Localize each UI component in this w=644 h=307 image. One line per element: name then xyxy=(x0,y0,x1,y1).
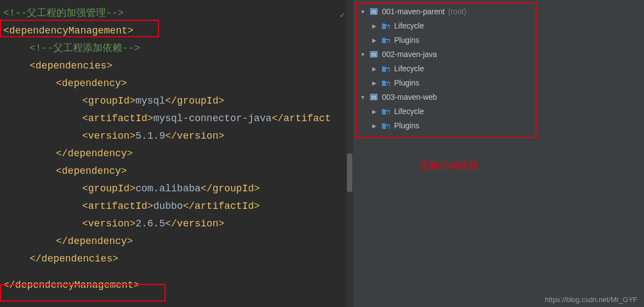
scrollbar-track[interactable] xyxy=(346,0,353,307)
xml-tag: </dependency> xyxy=(56,236,133,247)
xml-artifactid: <artifactId>dubbo</artifactId> xyxy=(82,201,260,212)
svg-text:m: m xyxy=(372,94,376,100)
folder-gear-icon xyxy=(381,78,391,88)
xml-comment: <!--父工程的加强管理--> xyxy=(3,8,124,19)
xml-tag: <dependencyManagement> xyxy=(3,25,134,36)
folder-gear-icon xyxy=(381,35,391,45)
maven-module-icon: m xyxy=(369,49,379,59)
scrollbar-thumb[interactable] xyxy=(347,154,352,192)
xml-version: <version>2.6.5</version> xyxy=(82,218,224,229)
chevron-right-icon[interactable] xyxy=(372,23,380,29)
chevron-down-icon[interactable] xyxy=(360,9,368,15)
folder-gear-icon xyxy=(381,64,391,73)
svg-point-11 xyxy=(387,84,388,85)
xml-tag: </dependencyManagement> xyxy=(3,280,139,291)
tree-node-plugins[interactable]: Plugins xyxy=(357,76,641,90)
tree-node-plugins[interactable]: Plugins xyxy=(357,33,641,47)
svg-point-3 xyxy=(387,27,388,28)
chevron-right-icon[interactable] xyxy=(372,123,380,129)
svg-text:m: m xyxy=(372,9,376,15)
tree-node-project[interactable]: m 001-maven-parent (root) xyxy=(357,4,641,19)
chevron-right-icon[interactable] xyxy=(372,80,380,86)
folder-gear-icon xyxy=(381,121,391,130)
xml-comment: <!--父工程添加依赖--> xyxy=(30,43,140,54)
folder-gear-icon xyxy=(381,21,391,31)
tree-node-lifecycle[interactable]: Lifecycle xyxy=(357,104,641,118)
tree-node-project[interactable]: m 002-maven-java xyxy=(357,47,641,61)
chevron-down-icon[interactable] xyxy=(360,94,368,100)
tree-label: 001-maven-parent xyxy=(382,7,444,16)
tree-node-project[interactable]: m 003-maven-web xyxy=(357,90,641,104)
watermark-text: https://blog.csdn.net/Mr_GYF xyxy=(545,295,637,304)
tree-node-plugins[interactable]: Plugins xyxy=(357,118,641,133)
xml-artifactid: <artifactId>mysql-connector-java</artifa… xyxy=(82,113,331,124)
tree-node-lifecycle[interactable]: Lifecycle xyxy=(357,61,641,76)
annotation-text: 没有任何依赖 xyxy=(419,159,478,172)
svg-point-17 xyxy=(387,127,388,128)
tree-label: Lifecycle xyxy=(394,107,424,116)
maven-module-icon: m xyxy=(369,7,379,16)
tree-label: 003-maven-web xyxy=(382,93,437,101)
svg-point-15 xyxy=(387,112,388,113)
tree-label: Lifecycle xyxy=(394,21,424,30)
xml-tag: </dependencies> xyxy=(30,253,118,264)
tree-label: Lifecycle xyxy=(394,64,424,73)
tree-node-lifecycle[interactable]: Lifecycle xyxy=(357,19,641,33)
xml-tag: </dependency> xyxy=(56,148,133,159)
xml-groupid: <groupId>mysql</groupId> xyxy=(82,95,224,106)
project-tree: m 001-maven-parent (root) Lifecycle Plug… xyxy=(354,0,644,137)
chevron-right-icon[interactable] xyxy=(372,66,380,72)
xml-tag: <dependency> xyxy=(56,78,127,89)
checkmark-icon: ✓ xyxy=(340,7,345,24)
maven-module-icon: m xyxy=(369,92,379,102)
tree-label: Plugins xyxy=(394,121,419,130)
chevron-right-icon[interactable] xyxy=(372,109,380,115)
xml-tag: <dependencies> xyxy=(30,60,112,71)
svg-point-9 xyxy=(387,70,388,71)
tree-label: Plugins xyxy=(394,36,419,44)
tree-label: Plugins xyxy=(394,78,419,87)
tree-suffix: (root) xyxy=(448,7,466,16)
xml-version: <version>5.1.9</version> xyxy=(82,130,224,141)
chevron-right-icon[interactable] xyxy=(372,37,380,43)
svg-point-5 xyxy=(387,41,388,42)
xml-groupid: <groupId>com.alibaba</groupId> xyxy=(82,183,260,194)
xml-tag: <dependency> xyxy=(56,166,127,177)
tree-label: 002-maven-java xyxy=(382,50,437,59)
folder-gear-icon xyxy=(381,106,391,116)
chevron-down-icon[interactable] xyxy=(360,52,368,58)
maven-tool-window: m 001-maven-parent (root) Lifecycle Plug… xyxy=(354,0,644,307)
svg-text:m: m xyxy=(372,52,376,58)
code-editor[interactable]: ✓ <!--父工程的加强管理--> <dependencyManagement>… xyxy=(0,0,354,307)
